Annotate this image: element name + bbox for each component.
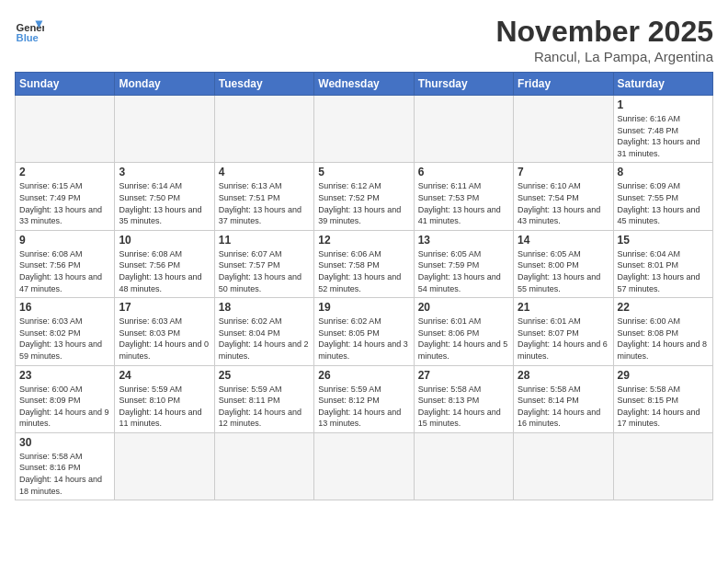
day-number: 8 [618, 166, 709, 178]
calendar-cell: 28Sunrise: 5:58 AMSunset: 8:14 PMDayligh… [514, 365, 613, 432]
calendar-cell [214, 432, 313, 500]
calendar-cell [514, 96, 613, 163]
day-info: Sunrise: 5:59 AMSunset: 8:10 PMDaylight:… [119, 384, 210, 430]
day-number: 18 [219, 301, 310, 314]
day-number: 9 [19, 234, 110, 247]
calendar-cell: 22Sunrise: 6:00 AMSunset: 8:08 PMDayligh… [613, 298, 712, 365]
day-number: 7 [518, 166, 609, 178]
calendar-cell: 15Sunrise: 6:04 AMSunset: 8:01 PMDayligh… [613, 230, 712, 297]
calendar-cell: 4Sunrise: 6:13 AMSunset: 7:51 PMDaylight… [214, 163, 313, 230]
day-info: Sunrise: 6:00 AMSunset: 8:08 PMDaylight:… [618, 316, 709, 362]
calendar-week-5: 23Sunrise: 6:00 AMSunset: 8:09 PMDayligh… [16, 365, 713, 432]
calendar-cell [314, 96, 414, 163]
day-info: Sunrise: 6:04 AMSunset: 8:01 PMDaylight:… [618, 248, 709, 294]
calendar-cell: 1Sunrise: 6:16 AMSunset: 7:48 PMDaylight… [613, 96, 712, 163]
calendar-cell: 18Sunrise: 6:02 AMSunset: 8:04 PMDayligh… [214, 298, 313, 365]
day-number: 22 [618, 301, 709, 314]
weekday-header-friday: Friday [514, 73, 613, 96]
day-info: Sunrise: 6:05 AMSunset: 7:59 PMDaylight:… [418, 248, 509, 294]
calendar-cell: 2Sunrise: 6:15 AMSunset: 7:49 PMDaylight… [16, 163, 115, 230]
title-block: November 2025 Rancul, La Pampa, Argentin… [495, 15, 713, 64]
day-info: Sunrise: 6:01 AMSunset: 8:06 PMDaylight:… [418, 316, 509, 362]
day-number: 23 [19, 369, 110, 382]
svg-text:Blue: Blue [17, 32, 39, 43]
day-number: 29 [618, 369, 709, 382]
weekday-header-tuesday: Tuesday [214, 73, 313, 96]
calendar-cell: 10Sunrise: 6:08 AMSunset: 7:56 PMDayligh… [115, 230, 214, 297]
day-number: 17 [119, 301, 210, 314]
calendar-week-6: 30Sunrise: 5:58 AMSunset: 8:16 PMDayligh… [16, 432, 713, 500]
day-info: Sunrise: 6:08 AMSunset: 7:56 PMDaylight:… [119, 248, 210, 294]
page-header: General Blue November 2025 Rancul, La Pa… [15, 15, 713, 64]
calendar-cell: 8Sunrise: 6:09 AMSunset: 7:55 PMDaylight… [613, 163, 712, 230]
calendar-cell: 6Sunrise: 6:11 AMSunset: 7:53 PMDaylight… [414, 163, 513, 230]
weekday-header-thursday: Thursday [414, 73, 513, 96]
day-info: Sunrise: 5:58 AMSunset: 8:16 PMDaylight:… [19, 451, 110, 497]
day-number: 28 [518, 369, 609, 382]
calendar-cell [115, 96, 214, 163]
day-info: Sunrise: 6:15 AMSunset: 7:49 PMDaylight:… [19, 180, 110, 226]
calendar-cell [414, 432, 513, 500]
calendar-cell [314, 432, 414, 500]
calendar-cell: 19Sunrise: 6:02 AMSunset: 8:05 PMDayligh… [314, 298, 414, 365]
day-info: Sunrise: 6:07 AMSunset: 7:57 PMDaylight:… [219, 248, 310, 294]
logo-icon: General Blue [15, 15, 44, 44]
day-number: 20 [418, 301, 509, 314]
calendar-cell: 12Sunrise: 6:06 AMSunset: 7:58 PMDayligh… [314, 230, 414, 297]
calendar-cell: 23Sunrise: 6:00 AMSunset: 8:09 PMDayligh… [16, 365, 115, 432]
day-info: Sunrise: 6:03 AMSunset: 8:02 PMDaylight:… [19, 316, 110, 362]
calendar-cell: 14Sunrise: 6:05 AMSunset: 8:00 PMDayligh… [514, 230, 613, 297]
day-number: 3 [119, 166, 210, 178]
day-number: 10 [119, 234, 210, 247]
calendar-cell: 30Sunrise: 5:58 AMSunset: 8:16 PMDayligh… [16, 432, 115, 500]
day-info: Sunrise: 5:58 AMSunset: 8:13 PMDaylight:… [418, 384, 509, 430]
day-info: Sunrise: 5:59 AMSunset: 8:11 PMDaylight:… [219, 384, 310, 430]
day-info: Sunrise: 6:16 AMSunset: 7:48 PMDaylight:… [618, 113, 709, 159]
day-info: Sunrise: 6:08 AMSunset: 7:56 PMDaylight:… [19, 248, 110, 294]
day-info: Sunrise: 6:02 AMSunset: 8:04 PMDaylight:… [219, 316, 310, 362]
day-number: 12 [318, 234, 409, 247]
day-info: Sunrise: 6:01 AMSunset: 8:07 PMDaylight:… [518, 316, 609, 362]
calendar-cell [115, 432, 214, 500]
calendar-table: SundayMondayTuesdayWednesdayThursdayFrid… [15, 72, 713, 500]
day-number: 5 [318, 166, 409, 178]
calendar-cell: 29Sunrise: 5:58 AMSunset: 8:15 PMDayligh… [613, 365, 712, 432]
calendar-cell: 13Sunrise: 6:05 AMSunset: 7:59 PMDayligh… [414, 230, 513, 297]
day-number: 14 [518, 234, 609, 247]
calendar-week-2: 2Sunrise: 6:15 AMSunset: 7:49 PMDaylight… [16, 163, 713, 230]
day-number: 2 [19, 166, 110, 178]
day-number: 1 [618, 98, 709, 111]
day-info: Sunrise: 6:06 AMSunset: 7:58 PMDaylight:… [318, 248, 409, 294]
month-title: November 2025 [495, 15, 713, 49]
day-info: Sunrise: 6:03 AMSunset: 8:03 PMDaylight:… [119, 316, 210, 362]
day-number: 25 [219, 369, 310, 382]
day-info: Sunrise: 6:11 AMSunset: 7:53 PMDaylight:… [418, 180, 509, 226]
weekday-header-saturday: Saturday [613, 73, 712, 96]
day-number: 21 [518, 301, 609, 314]
day-number: 19 [318, 301, 409, 314]
calendar-cell: 7Sunrise: 6:10 AMSunset: 7:54 PMDaylight… [514, 163, 613, 230]
calendar-cell: 26Sunrise: 5:59 AMSunset: 8:12 PMDayligh… [314, 365, 414, 432]
calendar-cell: 9Sunrise: 6:08 AMSunset: 7:56 PMDaylight… [16, 230, 115, 297]
weekday-header-row: SundayMondayTuesdayWednesdayThursdayFrid… [16, 73, 713, 96]
day-number: 6 [418, 166, 509, 178]
day-info: Sunrise: 6:02 AMSunset: 8:05 PMDaylight:… [318, 316, 409, 362]
weekday-header-monday: Monday [115, 73, 214, 96]
day-info: Sunrise: 6:10 AMSunset: 7:54 PMDaylight:… [518, 180, 609, 226]
calendar-cell: 11Sunrise: 6:07 AMSunset: 7:57 PMDayligh… [214, 230, 313, 297]
day-number: 11 [219, 234, 310, 247]
calendar-week-4: 16Sunrise: 6:03 AMSunset: 8:02 PMDayligh… [16, 298, 713, 365]
calendar-cell: 5Sunrise: 6:12 AMSunset: 7:52 PMDaylight… [314, 163, 414, 230]
day-info: Sunrise: 5:59 AMSunset: 8:12 PMDaylight:… [318, 384, 409, 430]
day-number: 4 [219, 166, 310, 178]
calendar-cell [16, 96, 115, 163]
day-number: 15 [618, 234, 709, 247]
day-number: 24 [119, 369, 210, 382]
calendar-week-1: 1Sunrise: 6:16 AMSunset: 7:48 PMDaylight… [16, 96, 713, 163]
calendar-week-3: 9Sunrise: 6:08 AMSunset: 7:56 PMDaylight… [16, 230, 713, 297]
calendar-cell: 16Sunrise: 6:03 AMSunset: 8:02 PMDayligh… [16, 298, 115, 365]
day-info: Sunrise: 5:58 AMSunset: 8:15 PMDaylight:… [618, 384, 709, 430]
day-info: Sunrise: 6:13 AMSunset: 7:51 PMDaylight:… [219, 180, 310, 226]
weekday-header-wednesday: Wednesday [314, 73, 414, 96]
calendar-cell [414, 96, 513, 163]
